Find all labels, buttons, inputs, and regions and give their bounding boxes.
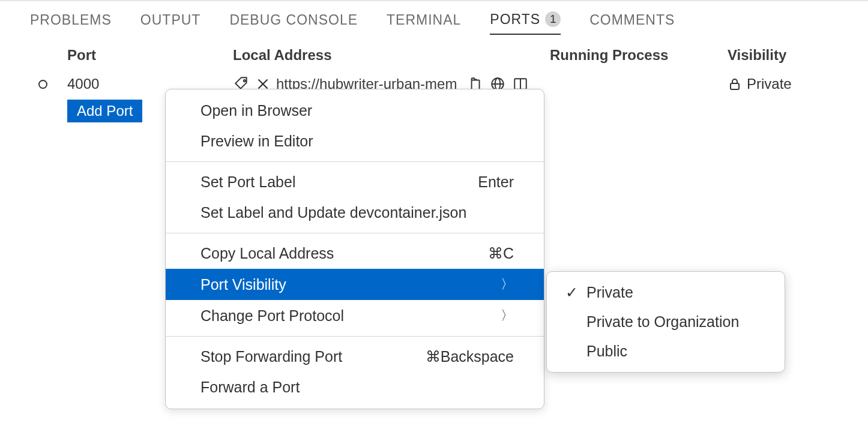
- menu-label: Open in Browser: [200, 102, 312, 119]
- tab-debug-console[interactable]: DEBUG CONSOLE: [229, 12, 358, 34]
- svg-rect-9: [731, 83, 739, 89]
- ports-count-badge: 1: [545, 11, 561, 27]
- submenu-private[interactable]: ✓ Private: [547, 278, 785, 307]
- menu-label: Stop Forwarding Port: [200, 348, 342, 365]
- submenu-label: Public: [586, 343, 627, 360]
- menu-set-label-devcontainer[interactable]: Set Label and Update devcontainer.json: [166, 197, 544, 228]
- tab-ports[interactable]: PORTS 1: [490, 11, 561, 35]
- submenu-label: Private to Organization: [586, 313, 739, 331]
- menu-preview-in-editor[interactable]: Preview in Editor: [166, 126, 544, 157]
- menu-shortcut: Enter: [478, 173, 514, 191]
- tab-label: TERMINAL: [387, 12, 461, 28]
- menu-label: Set Port Label: [200, 173, 295, 191]
- port-context-menu: Open in Browser Preview in Editor Set Po…: [165, 89, 544, 409]
- menu-stop-forwarding-port[interactable]: Stop Forwarding Port ⌘Backspace: [166, 341, 544, 372]
- lock-icon: [728, 77, 742, 91]
- tab-label: COMMENTS: [589, 12, 675, 28]
- menu-open-in-browser[interactable]: Open in Browser: [166, 95, 544, 126]
- tab-label: PORTS: [490, 11, 540, 28]
- menu-label: Set Label and Update devcontainer.json: [200, 204, 466, 221]
- menu-label: Port Visibility: [200, 276, 286, 293]
- submenu-public[interactable]: Public: [547, 337, 785, 366]
- menu-separator: [166, 161, 544, 162]
- menu-label: Preview in Editor: [200, 133, 313, 150]
- chevron-right-icon: 〉: [501, 307, 514, 325]
- menu-change-port-protocol[interactable]: Change Port Protocol 〉: [166, 300, 544, 331]
- menu-label: Change Port Protocol: [200, 307, 344, 325]
- col-header-local-address: Local Address: [233, 47, 550, 64]
- port-status-cell: [11, 76, 67, 92]
- check-icon: ✓: [565, 284, 578, 301]
- menu-forward-a-port[interactable]: Forward a Port: [166, 372, 544, 403]
- visibility-cell: Private: [728, 76, 868, 92]
- col-header-port: Port: [67, 47, 233, 64]
- tab-comments[interactable]: COMMENTS: [589, 12, 675, 34]
- menu-set-port-label[interactable]: Set Port Label Enter: [166, 167, 544, 197]
- panel-tab-bar: PROBLEMS OUTPUT DEBUG CONSOLE TERMINAL P…: [0, 0, 868, 38]
- add-port-button[interactable]: Add Port: [67, 100, 142, 122]
- menu-separator: [166, 233, 544, 233]
- col-header-visibility: Visibility: [728, 47, 868, 64]
- menu-copy-local-address[interactable]: Copy Local Address ⌘C: [166, 238, 544, 269]
- tab-label: DEBUG CONSOLE: [229, 12, 358, 28]
- tab-label: PROBLEMS: [30, 12, 112, 28]
- port-visibility-submenu: ✓ Private Private to Organization Public: [546, 271, 785, 373]
- menu-shortcut: ⌘Backspace: [426, 348, 514, 365]
- tab-output[interactable]: OUTPUT: [140, 12, 201, 34]
- tab-label: OUTPUT: [140, 12, 201, 28]
- visibility-text: Private: [747, 76, 792, 92]
- chevron-right-icon: 〉: [501, 275, 514, 293]
- col-icon-spacer: [11, 47, 67, 64]
- tab-problems[interactable]: PROBLEMS: [30, 12, 112, 34]
- menu-port-visibility[interactable]: Port Visibility 〉: [166, 269, 544, 300]
- submenu-private-to-org[interactable]: Private to Organization: [547, 307, 785, 337]
- ports-header-row: Port Local Address Running Process Visib…: [11, 38, 868, 70]
- svg-point-0: [244, 80, 246, 82]
- menu-label: Copy Local Address: [200, 245, 334, 262]
- menu-label: Forward a Port: [200, 379, 300, 396]
- menu-separator: [166, 336, 544, 337]
- status-indicator-icon: [38, 80, 47, 89]
- tab-terminal[interactable]: TERMINAL: [387, 12, 461, 34]
- submenu-label: Private: [586, 284, 633, 301]
- col-header-running-process: Running Process: [550, 47, 728, 64]
- menu-shortcut: ⌘C: [488, 245, 514, 262]
